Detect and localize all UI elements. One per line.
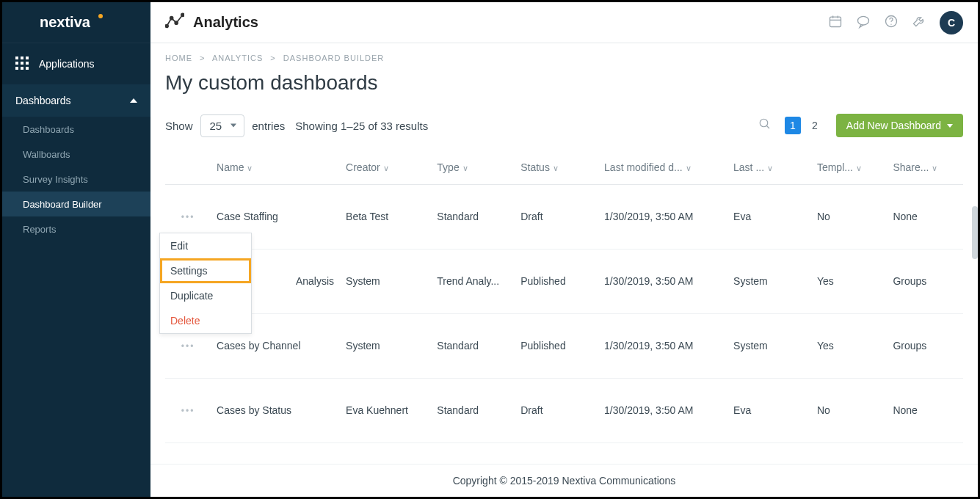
- svg-point-11: [165, 24, 168, 27]
- menu-settings[interactable]: Settings: [160, 258, 251, 283]
- analytics-icon: [165, 12, 184, 34]
- col-template[interactable]: Templ...∨: [811, 150, 888, 184]
- topbar: Analytics C: [150, 2, 978, 43]
- cell-creator: Beta Test: [340, 184, 431, 249]
- cell-type: Standard: [431, 313, 515, 378]
- cell-status: Published: [515, 313, 598, 378]
- table-row: ••• Case Staffing Beta Test Standard Dra…: [165, 184, 963, 249]
- svg-rect-10: [26, 67, 29, 70]
- sidebar-item-label: Dashboards: [23, 124, 74, 135]
- apps-grid-icon: [15, 57, 29, 72]
- svg-point-14: [181, 13, 184, 16]
- add-dashboard-label: Add New Dashboard: [846, 120, 941, 131]
- dashboards-table: Name∨ Creator∨ Type∨ Status∨ Last modifi…: [165, 150, 963, 443]
- col-status[interactable]: Status∨: [515, 150, 598, 184]
- col-label: Type: [437, 161, 459, 173]
- svg-rect-9: [21, 67, 23, 70]
- col-label: Last ...: [733, 161, 764, 173]
- breadcrumb-item[interactable]: ANALYTICS: [212, 54, 263, 62]
- sort-icon: ∨: [247, 164, 253, 172]
- calendar-icon[interactable]: [828, 14, 843, 32]
- sidebar-item-label: Reports: [23, 224, 57, 235]
- sidebar-section-label: Dashboards: [15, 95, 71, 106]
- cell-creator: System: [340, 249, 431, 313]
- help-icon[interactable]: [884, 14, 899, 32]
- breadcrumb-item[interactable]: DASHBOARD BUILDER: [283, 54, 384, 62]
- sidebar-item-dashboard-builder[interactable]: Dashboard Builder: [2, 192, 150, 216]
- entries-select[interactable]: 25: [200, 114, 245, 137]
- col-label: Last modified d...: [604, 161, 683, 173]
- row-context-menu: Edit Settings Duplicate Delete: [159, 233, 252, 334]
- svg-rect-4: [26, 57, 29, 59]
- sidebar-item-survey-insights[interactable]: Survey Insights: [2, 167, 150, 192]
- breadcrumb-sep: >: [200, 54, 205, 62]
- chevron-up-icon: [130, 98, 137, 103]
- sidebar-item-dashboards[interactable]: Dashboards: [2, 117, 150, 142]
- sort-icon: ∨: [932, 164, 937, 172]
- cell-template: No: [811, 378, 888, 442]
- brand-logo[interactable]: nextiva: [2, 2, 150, 43]
- col-label: Status: [520, 161, 550, 173]
- wrench-icon[interactable]: [912, 14, 926, 32]
- col-label: Creator: [346, 161, 380, 173]
- menu-edit[interactable]: Edit: [160, 233, 251, 258]
- row-actions-icon[interactable]: •••: [181, 212, 195, 222]
- cell-by: System: [727, 249, 811, 313]
- page-2[interactable]: 2: [807, 117, 823, 134]
- sidebar-item-label: Dashboard Builder: [23, 199, 102, 210]
- add-dashboard-button[interactable]: Add New Dashboard: [836, 114, 963, 137]
- cell-type: Standard: [431, 184, 515, 249]
- table-row: ••• Cases by Status Eva Kuehnert Standar…: [165, 378, 963, 442]
- col-label: Templ...: [817, 161, 853, 173]
- show-label: Show: [165, 120, 193, 132]
- page-title-header: Analytics: [193, 14, 258, 31]
- cell-template: Yes: [811, 313, 888, 378]
- cell-template: Yes: [811, 249, 888, 313]
- cell-creator: System: [340, 313, 431, 378]
- svg-rect-8: [15, 67, 18, 70]
- col-name[interactable]: Name∨: [211, 150, 340, 184]
- cell-by: Eva: [727, 184, 811, 249]
- col-last-by[interactable]: Last ...∨: [727, 150, 811, 184]
- svg-point-21: [890, 23, 891, 24]
- col-shared[interactable]: Share...∨: [887, 150, 963, 184]
- menu-duplicate[interactable]: Duplicate: [160, 283, 251, 308]
- col-label: Share...: [893, 161, 929, 173]
- cell-modified: 1/30/2019, 3:50 AM: [598, 249, 727, 313]
- sidebar-item-wallboards[interactable]: Wallboards: [2, 142, 150, 167]
- row-actions-icon[interactable]: •••: [181, 341, 195, 352]
- page-1[interactable]: 1: [785, 117, 801, 134]
- cell-template: No: [811, 184, 888, 249]
- results-text: Showing 1–25 of 33 results: [295, 120, 428, 132]
- col-last-modified[interactable]: Last modified d...∨: [598, 150, 727, 184]
- chat-icon[interactable]: [856, 14, 871, 32]
- svg-point-19: [858, 16, 869, 25]
- cell-creator: Eva Kuehnert: [340, 378, 431, 442]
- breadcrumb-item[interactable]: HOME: [165, 54, 192, 62]
- cell-modified: 1/30/2019, 3:50 AM: [598, 378, 727, 442]
- svg-rect-6: [21, 62, 23, 65]
- row-actions-icon[interactable]: •••: [181, 406, 195, 416]
- cell-shared: Groups: [887, 249, 963, 313]
- sidebar-item-label: Survey Insights: [23, 174, 88, 185]
- controls: Show 25 entries Showing 1–25 of 33 resul…: [165, 114, 963, 137]
- sidebar-section-dashboards[interactable]: Dashboards: [2, 84, 150, 117]
- search-icon[interactable]: [758, 117, 772, 134]
- svg-rect-3: [21, 57, 23, 59]
- col-creator[interactable]: Creator∨: [340, 150, 431, 184]
- svg-point-12: [170, 16, 173, 19]
- svg-point-13: [175, 21, 178, 24]
- sidebar-item-reports[interactable]: Reports: [2, 216, 150, 241]
- scrollbar-thumb[interactable]: [972, 206, 978, 259]
- sort-icon: ∨: [767, 164, 773, 172]
- breadcrumb: HOME > ANALYTICS > DASHBOARD BUILDER: [150, 43, 978, 62]
- menu-delete[interactable]: Delete: [160, 308, 251, 333]
- cell-shared: None: [887, 184, 963, 249]
- col-type[interactable]: Type∨: [431, 150, 515, 184]
- sort-icon: ∨: [686, 164, 692, 172]
- avatar[interactable]: C: [940, 11, 963, 34]
- sidebar: nextiva Applications Dashboards Dashboar…: [2, 2, 150, 497]
- sidebar-applications[interactable]: Applications: [2, 43, 150, 84]
- main: Analytics C HOME > ANALYTICS > DASHBOARD…: [150, 2, 978, 497]
- cell-shared: Groups: [887, 313, 963, 378]
